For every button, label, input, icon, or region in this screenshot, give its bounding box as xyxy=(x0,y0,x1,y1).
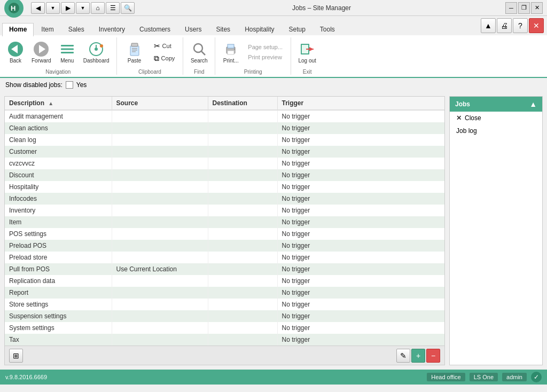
search-button[interactable]: Search xyxy=(188,39,210,66)
tab-customers[interactable]: Customers xyxy=(132,23,177,35)
cell-description: Inventory xyxy=(5,205,112,216)
restore-btn[interactable]: ❐ xyxy=(518,2,530,14)
col-description[interactable]: Description ▲ xyxy=(5,97,112,110)
forward-button[interactable]: Forward xyxy=(29,39,54,66)
table-row[interactable]: Preload store No trigger xyxy=(5,252,444,263)
jobs-panel-header: Jobs ▲ xyxy=(450,97,542,112)
back-arrow-btn[interactable]: ◀ xyxy=(31,2,45,14)
grid-view-btn[interactable]: ⊞ xyxy=(9,349,23,363)
cell-description: Replication data xyxy=(5,275,112,287)
cut-button[interactable]: ✂ Cut xyxy=(150,40,179,52)
cell-description: Report xyxy=(5,287,112,299)
back-label: Back xyxy=(10,58,21,64)
cell-trigger: No trigger xyxy=(277,193,444,205)
tab-inventory[interactable]: Inventory xyxy=(92,23,132,35)
table-row[interactable]: Customer No trigger xyxy=(5,146,444,158)
table-row[interactable]: Tax No trigger xyxy=(5,334,444,346)
table-row[interactable]: Clean log No trigger xyxy=(5,134,444,146)
cell-trigger: No trigger xyxy=(277,299,444,310)
table-row[interactable]: Hospitality No trigger xyxy=(5,181,444,193)
paste-icon xyxy=(126,41,143,58)
cell-description: Suspension settings xyxy=(5,310,112,322)
tab-sales[interactable]: Sales xyxy=(61,23,91,35)
ribbon-print-btn[interactable]: 🖨 xyxy=(497,18,512,33)
edit-btn[interactable]: ✎ xyxy=(396,349,410,363)
ribbon-help-btn[interactable]: ? xyxy=(513,18,528,33)
jobs-close-label: Close xyxy=(465,114,481,122)
cell-description: Preload POS xyxy=(5,240,112,252)
app-logo[interactable]: H xyxy=(4,0,24,18)
table-container[interactable]: Description ▲ Source Destination Trigger… xyxy=(5,97,444,346)
table-row[interactable]: Preload POS No trigger xyxy=(5,240,444,252)
tab-home[interactable]: Home xyxy=(2,23,34,36)
col-trigger[interactable]: Trigger xyxy=(277,97,444,110)
details-btn[interactable]: ☰ xyxy=(106,2,120,14)
yes-label: Yes xyxy=(76,81,87,89)
table-row[interactable]: cvzcvvcz No trigger xyxy=(5,158,444,169)
cell-destination xyxy=(208,193,277,205)
cell-source xyxy=(112,252,208,263)
back-button[interactable]: Back xyxy=(4,39,27,66)
print-preview-button[interactable]: Print preview xyxy=(244,52,286,62)
cell-destination xyxy=(208,205,277,216)
jobs-close-item[interactable]: ✕ Close xyxy=(450,112,542,124)
print-button[interactable]: Print... xyxy=(220,39,242,66)
ribbon-group-find: Search Find xyxy=(183,37,215,75)
tab-item[interactable]: Item xyxy=(34,23,60,35)
svg-rect-14 xyxy=(131,43,138,46)
find-btn[interactable]: 🔍 xyxy=(121,2,135,14)
cell-source xyxy=(112,158,208,169)
copy-icon: ⧉ xyxy=(154,54,159,63)
cell-source xyxy=(112,181,208,193)
table-row[interactable]: Store settings No trigger xyxy=(5,299,444,310)
table-row[interactable]: Item No trigger xyxy=(5,216,444,228)
col-destination[interactable]: Destination xyxy=(208,97,277,110)
cell-description: Hospitality xyxy=(5,181,112,193)
show-disabled-checkbox[interactable] xyxy=(66,81,73,89)
minimize-btn[interactable]: ─ xyxy=(505,2,517,14)
cell-destination xyxy=(208,158,277,169)
cell-description: System settings xyxy=(5,322,112,334)
jobs-log-item[interactable]: Job log xyxy=(450,124,542,137)
home-btn[interactable]: ⌂ xyxy=(91,2,105,14)
table-row[interactable]: Inventory No trigger xyxy=(5,205,444,216)
cell-trigger: No trigger xyxy=(277,322,444,334)
table-row[interactable]: Discount No trigger xyxy=(5,169,444,181)
remove-btn[interactable]: − xyxy=(426,349,440,363)
copy-button[interactable]: ⧉ Copy xyxy=(150,52,179,65)
table-row[interactable]: Clean actions No trigger xyxy=(5,122,444,134)
log-out-button[interactable]: Log out xyxy=(295,39,318,66)
table-row[interactable]: Infocodes No trigger xyxy=(5,193,444,205)
paste-button[interactable]: Paste xyxy=(121,39,148,66)
jobs-panel-collapse-btn[interactable]: ▲ xyxy=(529,100,537,108)
ribbon-close-btn[interactable]: ✕ xyxy=(529,18,544,33)
tab-tools[interactable]: Tools xyxy=(313,23,342,35)
dashboard-button[interactable]: Dashboard xyxy=(81,39,112,66)
tab-hospitality[interactable]: Hospitality xyxy=(238,23,281,35)
svg-point-10 xyxy=(95,48,98,51)
table-row[interactable]: POS settings No trigger xyxy=(5,228,444,240)
table-row[interactable]: System settings No trigger xyxy=(5,322,444,334)
page-setup-button[interactable]: Page setup... xyxy=(244,42,286,52)
menu-button[interactable]: Menu xyxy=(56,39,79,66)
col-source[interactable]: Source xyxy=(112,97,208,110)
tab-setup[interactable]: Setup xyxy=(282,23,312,35)
cell-trigger: No trigger xyxy=(277,263,444,275)
forward-arrow-btn2[interactable]: ▼ xyxy=(76,2,90,14)
tab-sites[interactable]: Sites xyxy=(209,23,237,35)
dropdown-arrow-btn[interactable]: ▼ xyxy=(46,2,60,14)
cell-description: Audit management xyxy=(5,110,112,122)
close-btn[interactable]: ✕ xyxy=(531,2,543,14)
ribbon-up-btn[interactable]: ▲ xyxy=(481,18,496,33)
add-btn[interactable]: + xyxy=(411,349,425,363)
forward-arrow-btn[interactable]: ▶ xyxy=(61,2,75,14)
svg-rect-8 xyxy=(61,52,74,53)
table-row[interactable]: Replication data No trigger xyxy=(5,275,444,287)
table-row[interactable]: Suspension settings No trigger xyxy=(5,310,444,322)
table-row[interactable]: Report No trigger xyxy=(5,287,444,299)
cell-destination xyxy=(208,146,277,158)
table-row[interactable]: Pull from POS Use Current Location No tr… xyxy=(5,263,444,275)
cell-trigger: No trigger xyxy=(277,134,444,146)
table-row[interactable]: Audit management No trigger xyxy=(5,110,444,122)
tab-users[interactable]: Users xyxy=(178,23,208,35)
